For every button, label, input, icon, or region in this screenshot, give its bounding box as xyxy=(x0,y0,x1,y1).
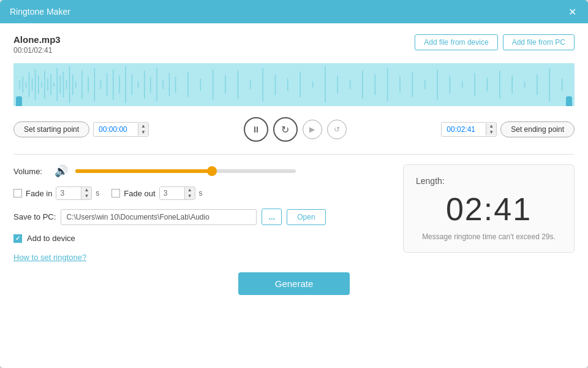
fade-in-checkbox[interactable] xyxy=(13,189,22,197)
volume-filled xyxy=(75,169,212,173)
waveform-container[interactable] xyxy=(13,63,575,106)
replay-icon: ↻ xyxy=(281,124,289,136)
volume-icon: 🔊 xyxy=(55,164,68,178)
end-time-up[interactable]: ▲ xyxy=(486,123,496,129)
save-path-input[interactable] xyxy=(61,209,257,225)
end-time-down[interactable]: ▼ xyxy=(486,129,496,136)
volume-thumb[interactable] xyxy=(207,166,217,176)
browse-button[interactable]: ... xyxy=(262,209,282,225)
fade-out-down[interactable]: ▼ xyxy=(185,193,195,199)
start-time-group: ▲ ▼ xyxy=(93,122,149,137)
generate-button[interactable]: Generate xyxy=(238,272,350,295)
waveform-svg xyxy=(13,63,575,106)
file-time: 00:01/02:41 xyxy=(13,46,61,55)
fade-out-unit: s xyxy=(199,189,203,197)
save-label: Save to PC: xyxy=(13,212,56,221)
top-buttons: Add file from device Add file from PC xyxy=(415,34,575,50)
window-title: Ringtone Maker xyxy=(10,7,70,17)
link-row: How to set ringtone? xyxy=(13,251,385,263)
end-time-input[interactable] xyxy=(442,123,486,136)
right-controls: ▲ ▼ Set ending point xyxy=(441,121,575,137)
divider xyxy=(13,154,575,155)
svg-rect-0 xyxy=(13,63,575,106)
file-name: Alone.mp3 xyxy=(13,34,61,45)
fade-out-up[interactable]: ▲ xyxy=(185,187,195,193)
volume-label: Volume: xyxy=(13,167,47,176)
fade-in-up[interactable]: ▲ xyxy=(81,187,91,193)
top-row: Alone.mp3 00:01/02:41 Add file from devi… xyxy=(13,34,575,55)
end-time-spinners: ▲ ▼ xyxy=(486,123,496,136)
fade-in-spinners: ▲ ▼ xyxy=(81,187,91,199)
play-button[interactable]: ▶ xyxy=(303,120,322,139)
fade-in-input[interactable] xyxy=(56,187,81,199)
left-options: Volume: 🔊 Fade in xyxy=(13,164,385,263)
fade-in-input-group: ▲ ▼ xyxy=(56,186,92,200)
fade-in-down[interactable]: ▼ xyxy=(81,193,91,199)
length-label: Length: xyxy=(416,176,445,186)
add-to-device-checkbox[interactable]: ✓ xyxy=(13,234,22,243)
fade-out-checkbox[interactable] xyxy=(111,189,120,197)
add-from-pc-button[interactable]: Add file from PC xyxy=(503,34,575,50)
left-controls: Set starting point ▲ ▼ xyxy=(13,121,149,137)
app-window: Ringtone Maker ✕ Alone.mp3 00:01/02:41 A… xyxy=(0,0,588,368)
device-row: ✓ Add to device xyxy=(13,234,385,243)
open-button[interactable]: Open xyxy=(287,209,325,225)
restart-icon: ↺ xyxy=(334,125,340,134)
fade-in-label: Fade in xyxy=(26,189,52,198)
close-button[interactable]: ✕ xyxy=(566,6,578,18)
replay-button[interactable]: ↻ xyxy=(273,117,298,142)
fade-out-input-group: ▲ ▼ xyxy=(159,186,195,200)
main-content: Alone.mp3 00:01/02:41 Add file from devi… xyxy=(0,23,588,368)
restart-button[interactable]: ↺ xyxy=(327,120,347,139)
options-row: Volume: 🔊 Fade in xyxy=(13,164,575,263)
controls-row: Set starting point ▲ ▼ ⏸ ↻ ▶ xyxy=(13,115,575,144)
fade-out-spinners: ▲ ▼ xyxy=(184,187,195,199)
file-info: Alone.mp3 00:01/02:41 xyxy=(13,34,61,55)
start-time-input[interactable] xyxy=(94,123,138,136)
fade-out-label: Fade out xyxy=(124,189,155,198)
start-time-up[interactable]: ▲ xyxy=(138,123,148,129)
waveform-handle-right[interactable] xyxy=(566,96,572,106)
center-controls: ⏸ ↻ ▶ ↺ xyxy=(244,117,347,142)
fade-in-unit: s xyxy=(96,189,99,197)
fade-out-input[interactable] xyxy=(160,187,184,199)
length-note: Message ringtone time can't exceed 29s. xyxy=(422,232,556,241)
length-time: 02:41 xyxy=(446,191,532,228)
start-time-down[interactable]: ▼ xyxy=(138,129,148,136)
add-to-device-label: Add to device xyxy=(27,234,75,243)
volume-row: Volume: 🔊 xyxy=(13,164,385,178)
generate-row: Generate xyxy=(13,272,575,295)
volume-slider[interactable] xyxy=(75,169,296,173)
play-icon: ▶ xyxy=(309,125,315,134)
length-panel: Length: 02:41 Message ringtone time can'… xyxy=(403,164,575,253)
set-starting-point-button[interactable]: Set starting point xyxy=(13,121,89,137)
title-bar: Ringtone Maker ✕ xyxy=(0,0,588,23)
fade-out-item: Fade out ▲ ▼ s xyxy=(111,186,202,200)
start-time-spinners: ▲ ▼ xyxy=(138,123,148,136)
checkmark-icon: ✓ xyxy=(15,235,20,242)
pause-icon: ⏸ xyxy=(252,125,260,134)
how-to-set-ringtone-link[interactable]: How to set ringtone? xyxy=(13,253,86,262)
pause-button[interactable]: ⏸ xyxy=(244,117,268,142)
waveform-handle-left[interactable] xyxy=(16,96,22,106)
save-row: Save to PC: ... Open xyxy=(13,209,385,225)
fade-in-item: Fade in ▲ ▼ s xyxy=(13,186,99,200)
set-ending-point-button[interactable]: Set ending point xyxy=(500,121,575,137)
end-time-group: ▲ ▼ xyxy=(441,122,497,137)
add-from-device-button[interactable]: Add file from device xyxy=(415,34,497,50)
fade-row: Fade in ▲ ▼ s Fade out xyxy=(13,186,385,200)
